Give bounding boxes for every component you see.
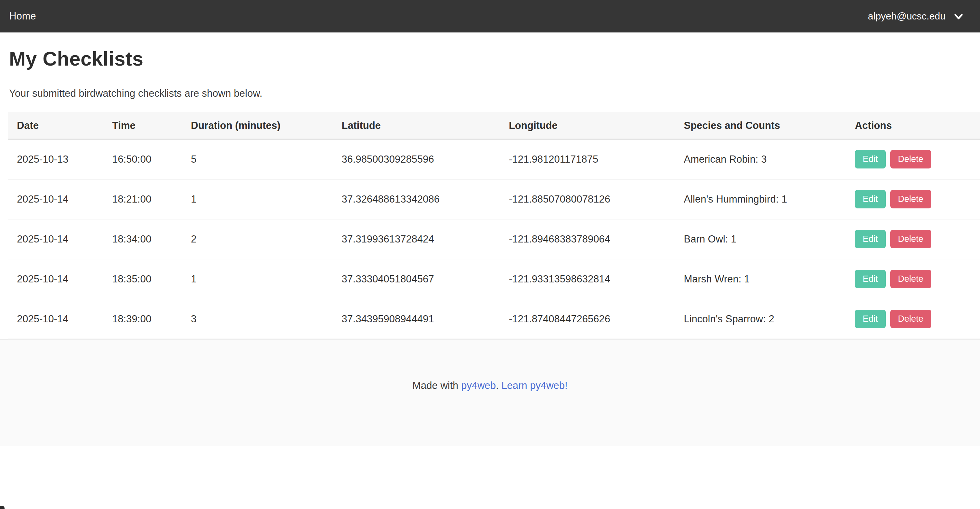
nav-home-link[interactable]: Home xyxy=(9,10,36,22)
cell-latitude: 37.34395908944491 xyxy=(332,299,500,339)
cell-latitude: 37.33304051804567 xyxy=(332,259,500,299)
column-header-date: Date xyxy=(8,112,103,139)
cell-time: 18:21:00 xyxy=(103,179,181,219)
cell-species: Allen's Hummingbird: 1 xyxy=(675,179,846,219)
edit-button[interactable]: Edit xyxy=(855,310,886,328)
edit-button[interactable]: Edit xyxy=(855,270,886,288)
cell-longitude: -121.93313598632814 xyxy=(500,259,675,299)
footer-made-with: Made with xyxy=(412,380,458,391)
table-row: 2025-10-14 18:21:00 1 37.326488613342086… xyxy=(8,179,980,219)
cell-species: Marsh Wren: 1 xyxy=(675,259,846,299)
cell-latitude: 37.326488613342086 xyxy=(332,179,500,219)
user-menu[interactable]: alpyeh@ucsc.edu xyxy=(868,10,964,22)
cell-longitude: -121.87408447265626 xyxy=(500,299,675,339)
main-content: My Checklists Your submitted birdwatchin… xyxy=(0,48,980,446)
cell-duration: 3 xyxy=(182,299,333,339)
learn-py4web-link[interactable]: Learn py4web! xyxy=(501,380,567,391)
cell-duration: 5 xyxy=(182,139,333,179)
column-header-actions: Actions xyxy=(846,112,980,139)
edit-button[interactable]: Edit xyxy=(855,190,886,208)
edit-button[interactable]: Edit xyxy=(855,230,886,248)
column-header-longitude: Longitude xyxy=(500,112,675,139)
cell-duration: 1 xyxy=(182,179,333,219)
column-header-time: Time xyxy=(103,112,181,139)
cell-actions: EditDelete xyxy=(846,259,980,299)
delete-button[interactable]: Delete xyxy=(890,270,931,288)
cell-species: Barn Owl: 1 xyxy=(675,219,846,259)
cell-actions: EditDelete xyxy=(846,139,980,179)
cell-longitude: -121.89468383789064 xyxy=(500,219,675,259)
cell-time: 18:34:00 xyxy=(103,219,181,259)
page-title: My Checklists xyxy=(9,48,980,70)
cell-date: 2025-10-14 xyxy=(8,179,103,219)
page-subtitle: Your submitted birdwatching checklists a… xyxy=(9,88,980,99)
user-email: alpyeh@ucsc.edu xyxy=(868,11,945,22)
cell-date: 2025-10-14 xyxy=(8,259,103,299)
cell-date: 2025-10-13 xyxy=(8,139,103,179)
app-footer: Made with py4web. Learn py4web! xyxy=(0,339,980,446)
table-row: 2025-10-14 18:39:00 3 37.34395908944491 … xyxy=(8,299,980,339)
cell-latitude: 36.98500309285596 xyxy=(332,139,500,179)
column-header-species: Species and Counts xyxy=(675,112,846,139)
cell-time: 18:35:00 xyxy=(103,259,181,299)
table-header-row: Date Time Duration (minutes) Latitude Lo… xyxy=(8,112,980,139)
top-navbar: Home alpyeh@ucsc.edu xyxy=(0,0,980,32)
cell-species: American Robin: 3 xyxy=(675,139,846,179)
cell-longitude: -121.88507080078126 xyxy=(500,179,675,219)
column-header-duration: Duration (minutes) xyxy=(182,112,333,139)
cell-actions: EditDelete xyxy=(846,219,980,259)
cell-actions: EditDelete xyxy=(846,299,980,339)
bottom-corner-element xyxy=(0,506,5,509)
cell-latitude: 37.31993613728424 xyxy=(332,219,500,259)
delete-button[interactable]: Delete xyxy=(890,190,931,208)
footer-period: . xyxy=(496,380,499,391)
cell-longitude: -121.981201171875 xyxy=(500,139,675,179)
checklists-table: Date Time Duration (minutes) Latitude Lo… xyxy=(8,112,980,339)
delete-button[interactable]: Delete xyxy=(890,150,931,168)
cell-actions: EditDelete xyxy=(846,179,980,219)
cell-date: 2025-10-14 xyxy=(8,299,103,339)
cell-duration: 2 xyxy=(182,219,333,259)
cell-time: 18:39:00 xyxy=(103,299,181,339)
cell-time: 16:50:00 xyxy=(103,139,181,179)
py4web-link[interactable]: py4web xyxy=(461,380,496,391)
cell-date: 2025-10-14 xyxy=(8,219,103,259)
cell-duration: 1 xyxy=(182,259,333,299)
delete-button[interactable]: Delete xyxy=(890,310,931,328)
table-row: 2025-10-14 18:35:00 1 37.33304051804567 … xyxy=(8,259,980,299)
chevron-down-icon xyxy=(953,10,964,22)
edit-button[interactable]: Edit xyxy=(855,150,886,168)
column-header-latitude: Latitude xyxy=(332,112,500,139)
table-row: 2025-10-13 16:50:00 5 36.98500309285596 … xyxy=(8,139,980,179)
delete-button[interactable]: Delete xyxy=(890,230,931,248)
footer-text: Made with py4web. Learn py4web! xyxy=(0,380,980,392)
table-row: 2025-10-14 18:34:00 2 37.31993613728424 … xyxy=(8,219,980,259)
cell-species: Lincoln's Sparrow: 2 xyxy=(675,299,846,339)
